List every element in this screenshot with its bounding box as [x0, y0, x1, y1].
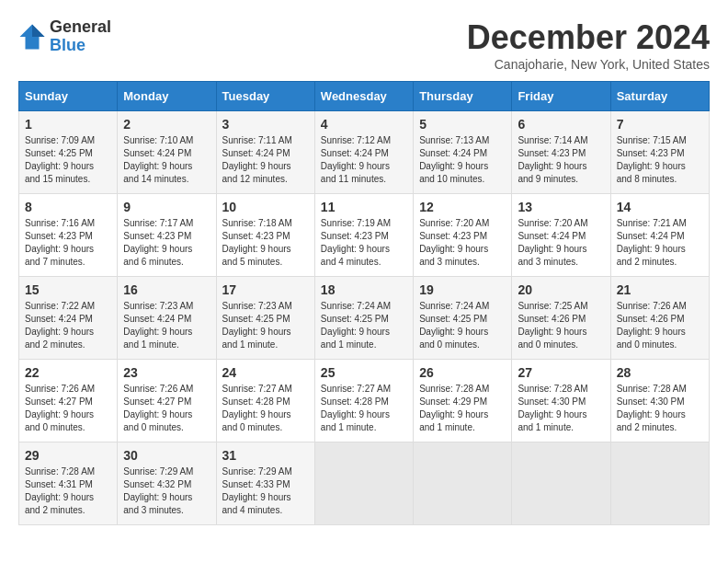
day-number: 22	[25, 365, 111, 380]
day-number: 17	[222, 282, 309, 297]
day-number: 12	[419, 200, 506, 214]
table-row: 15Sunrise: 7:22 AM Sunset: 4:24 PM Dayli…	[19, 277, 118, 360]
header-thursday: Thursday	[414, 82, 512, 111]
day-number: 18	[321, 282, 407, 297]
table-row: 8Sunrise: 7:16 AM Sunset: 4:23 PM Daylig…	[19, 194, 118, 277]
cell-info: Sunrise: 7:17 AM Sunset: 4:23 PM Dayligh…	[123, 217, 210, 269]
table-row: 2Sunrise: 7:10 AM Sunset: 4:24 PM Daylig…	[118, 111, 216, 194]
table-row: 16Sunrise: 7:23 AM Sunset: 4:24 PM Dayli…	[118, 277, 216, 360]
cell-info: Sunrise: 7:24 AM Sunset: 4:25 PM Dayligh…	[321, 300, 407, 351]
table-row	[414, 442, 512, 525]
cell-info: Sunrise: 7:19 AM Sunset: 4:23 PM Dayligh…	[321, 217, 407, 269]
table-row: 10Sunrise: 7:18 AM Sunset: 4:23 PM Dayli…	[216, 194, 314, 277]
table-row: 1Sunrise: 7:09 AM Sunset: 4:25 PM Daylig…	[19, 111, 118, 194]
day-number: 25	[321, 365, 407, 380]
cell-info: Sunrise: 7:13 AM Sunset: 4:24 PM Dayligh…	[419, 134, 506, 186]
table-row: 21Sunrise: 7:26 AM Sunset: 4:26 PM Dayli…	[610, 277, 709, 360]
day-number: 20	[518, 282, 604, 297]
logo: General Blue	[18, 18, 111, 55]
table-row: 18Sunrise: 7:24 AM Sunset: 4:25 PM Dayli…	[314, 277, 413, 360]
cell-info: Sunrise: 7:09 AM Sunset: 4:25 PM Dayligh…	[25, 134, 111, 186]
cell-info: Sunrise: 7:28 AM Sunset: 4:29 PM Dayligh…	[419, 383, 506, 434]
day-number: 19	[419, 282, 506, 297]
header-saturday: Saturday	[610, 82, 709, 111]
cell-info: Sunrise: 7:23 AM Sunset: 4:24 PM Dayligh…	[123, 300, 210, 351]
cell-info: Sunrise: 7:20 AM Sunset: 4:23 PM Dayligh…	[419, 217, 506, 269]
table-row: 14Sunrise: 7:21 AM Sunset: 4:24 PM Dayli…	[610, 194, 709, 277]
table-row: 3Sunrise: 7:11 AM Sunset: 4:24 PM Daylig…	[216, 111, 314, 194]
day-number: 23	[123, 365, 210, 380]
table-row	[512, 442, 610, 525]
day-number: 10	[222, 200, 309, 214]
cell-info: Sunrise: 7:29 AM Sunset: 4:32 PM Dayligh…	[123, 465, 210, 517]
cell-info: Sunrise: 7:12 AM Sunset: 4:24 PM Dayligh…	[321, 134, 407, 186]
calendar-week-row: 29Sunrise: 7:28 AM Sunset: 4:31 PM Dayli…	[19, 442, 710, 525]
day-number: 13	[518, 200, 604, 214]
month-title: December 2024	[467, 18, 710, 57]
header-sunday: Sunday	[19, 82, 118, 111]
cell-info: Sunrise: 7:18 AM Sunset: 4:23 PM Dayligh…	[222, 217, 309, 269]
calendar-week-row: 8Sunrise: 7:16 AM Sunset: 4:23 PM Daylig…	[19, 194, 710, 277]
cell-info: Sunrise: 7:10 AM Sunset: 4:24 PM Dayligh…	[123, 134, 210, 186]
table-row: 22Sunrise: 7:26 AM Sunset: 4:27 PM Dayli…	[19, 360, 118, 442]
table-row: 29Sunrise: 7:28 AM Sunset: 4:31 PM Dayli…	[19, 442, 118, 525]
table-row: 28Sunrise: 7:28 AM Sunset: 4:30 PM Dayli…	[610, 360, 709, 442]
header-tuesday: Tuesday	[216, 82, 314, 111]
day-number: 14	[617, 200, 703, 214]
table-row	[314, 442, 413, 525]
cell-info: Sunrise: 7:11 AM Sunset: 4:24 PM Dayligh…	[222, 134, 309, 186]
svg-marker-1	[32, 24, 45, 37]
cell-info: Sunrise: 7:26 AM Sunset: 4:27 PM Dayligh…	[123, 383, 210, 434]
cell-info: Sunrise: 7:23 AM Sunset: 4:25 PM Dayligh…	[222, 300, 309, 351]
header-wednesday: Wednesday	[314, 82, 413, 111]
calendar-week-row: 1Sunrise: 7:09 AM Sunset: 4:25 PM Daylig…	[19, 111, 710, 194]
cell-info: Sunrise: 7:14 AM Sunset: 4:23 PM Dayligh…	[518, 134, 604, 186]
cell-info: Sunrise: 7:27 AM Sunset: 4:28 PM Dayligh…	[321, 383, 407, 434]
day-number: 21	[617, 282, 703, 297]
day-number: 31	[222, 448, 309, 463]
calendar-header-row: Sunday Monday Tuesday Wednesday Thursday…	[19, 82, 710, 111]
header-monday: Monday	[118, 82, 216, 111]
title-area: December 2024 Canajoharie, New York, Uni…	[467, 18, 710, 72]
logo-blue-text: Blue	[50, 37, 111, 55]
cell-info: Sunrise: 7:25 AM Sunset: 4:26 PM Dayligh…	[518, 300, 604, 351]
cell-info: Sunrise: 7:28 AM Sunset: 4:30 PM Dayligh…	[617, 383, 703, 434]
cell-info: Sunrise: 7:21 AM Sunset: 4:24 PM Dayligh…	[617, 217, 703, 269]
table-row: 6Sunrise: 7:14 AM Sunset: 4:23 PM Daylig…	[512, 111, 610, 194]
day-number: 30	[123, 448, 210, 463]
calendar-week-row: 22Sunrise: 7:26 AM Sunset: 4:27 PM Dayli…	[19, 360, 710, 442]
day-number: 24	[222, 365, 309, 380]
table-row	[610, 442, 709, 525]
table-row: 7Sunrise: 7:15 AM Sunset: 4:23 PM Daylig…	[610, 111, 709, 194]
day-number: 9	[123, 200, 210, 214]
table-row: 19Sunrise: 7:24 AM Sunset: 4:25 PM Dayli…	[414, 277, 512, 360]
logo-icon	[18, 23, 46, 51]
table-row: 20Sunrise: 7:25 AM Sunset: 4:26 PM Dayli…	[512, 277, 610, 360]
table-row: 17Sunrise: 7:23 AM Sunset: 4:25 PM Dayli…	[216, 277, 314, 360]
calendar-week-row: 15Sunrise: 7:22 AM Sunset: 4:24 PM Dayli…	[19, 277, 710, 360]
day-number: 3	[222, 117, 309, 132]
table-row: 26Sunrise: 7:28 AM Sunset: 4:29 PM Dayli…	[414, 360, 512, 442]
cell-info: Sunrise: 7:26 AM Sunset: 4:26 PM Dayligh…	[617, 300, 703, 351]
calendar-table: Sunday Monday Tuesday Wednesday Thursday…	[18, 81, 710, 525]
table-row: 13Sunrise: 7:20 AM Sunset: 4:24 PM Dayli…	[512, 194, 610, 277]
cell-info: Sunrise: 7:28 AM Sunset: 4:30 PM Dayligh…	[518, 383, 604, 434]
logo-general-text: General	[50, 18, 111, 37]
table-row: 30Sunrise: 7:29 AM Sunset: 4:32 PM Dayli…	[118, 442, 216, 525]
table-row: 25Sunrise: 7:27 AM Sunset: 4:28 PM Dayli…	[314, 360, 413, 442]
day-number: 5	[419, 117, 506, 132]
page-header: General Blue December 2024 Canajoharie, …	[18, 18, 710, 72]
table-row: 4Sunrise: 7:12 AM Sunset: 4:24 PM Daylig…	[314, 111, 413, 194]
table-row: 9Sunrise: 7:17 AM Sunset: 4:23 PM Daylig…	[118, 194, 216, 277]
table-row: 5Sunrise: 7:13 AM Sunset: 4:24 PM Daylig…	[414, 111, 512, 194]
day-number: 8	[25, 200, 111, 214]
day-number: 16	[123, 282, 210, 297]
day-number: 27	[518, 365, 604, 380]
day-number: 26	[419, 365, 506, 380]
cell-info: Sunrise: 7:16 AM Sunset: 4:23 PM Dayligh…	[25, 217, 111, 269]
day-number: 7	[617, 117, 703, 132]
location-text: Canajoharie, New York, United States	[467, 57, 710, 72]
table-row: 23Sunrise: 7:26 AM Sunset: 4:27 PM Dayli…	[118, 360, 216, 442]
header-friday: Friday	[512, 82, 610, 111]
cell-info: Sunrise: 7:27 AM Sunset: 4:28 PM Dayligh…	[222, 383, 309, 434]
